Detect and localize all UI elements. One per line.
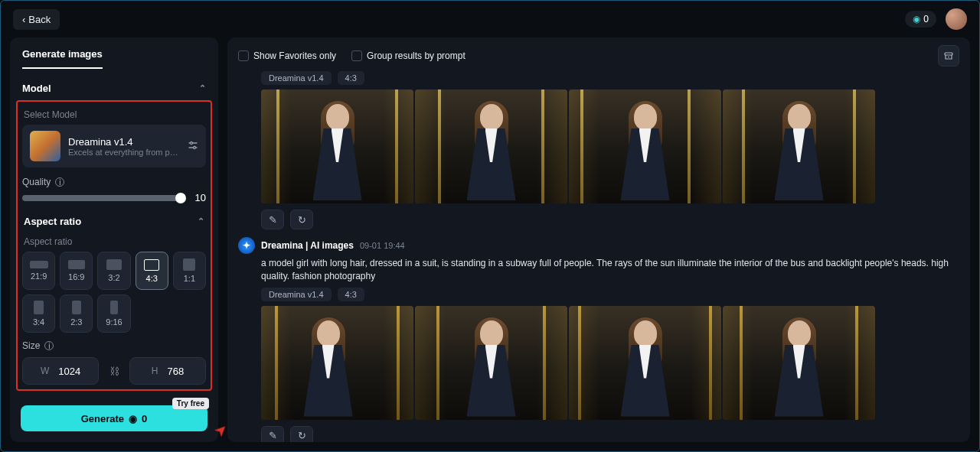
quality-value: 10 [191, 192, 206, 203]
avatar[interactable] [946, 8, 967, 30]
chevron-up-icon: ⌃ [199, 83, 206, 93]
svg-point-3 [194, 146, 196, 148]
chevron-left-icon: ‹ [22, 14, 25, 25]
credit-icon: ◉ [129, 413, 137, 424]
credits-pill[interactable]: ◉ 0 [905, 11, 936, 28]
tag-model[interactable]: Dreamina v1.4 [261, 71, 332, 85]
result-image[interactable] [723, 89, 875, 203]
ratio-3-4[interactable]: 3:4 [22, 294, 55, 333]
credit-value: 0 [923, 14, 929, 24]
result-image[interactable] [261, 89, 413, 203]
archive-button[interactable] [938, 45, 959, 67]
quality-slider[interactable]: 10 [22, 192, 206, 203]
back-label: Back [28, 14, 51, 25]
tag-ratio[interactable]: 4:3 [338, 288, 364, 301]
width-value: 1024 [58, 366, 80, 377]
result-prompt: a model girl with long hair, dressed in … [261, 257, 959, 283]
model-section-label: Model [22, 83, 51, 94]
select-model-label: Select Model [24, 109, 204, 120]
result-block: ✦ Dreamina | AI images 09-01 19:44 a mod… [261, 237, 959, 442]
ratio-21-9[interactable]: 21:9 [22, 252, 55, 290]
result-image[interactable] [569, 89, 721, 203]
ratio-16-9[interactable]: 16:9 [60, 252, 93, 290]
aspect-ratio-grid: 21:9 16:9 3:2 4:3 1:1 3:4 2:3 9:16 [22, 252, 206, 333]
edit-button[interactable]: ✎ [261, 426, 284, 442]
checkbox-icon [351, 50, 362, 61]
width-input[interactable]: W 1024 [22, 357, 99, 385]
model-section-head[interactable]: Model ⌃ [21, 76, 207, 100]
ratio-4-3[interactable]: 4:3 [136, 252, 168, 290]
result-image[interactable] [569, 306, 721, 420]
ratio-3-2[interactable]: 3:2 [97, 252, 130, 290]
height-input[interactable]: H 768 [129, 357, 206, 385]
regenerate-button[interactable]: ↻ [290, 426, 313, 442]
size-label: Size [22, 340, 40, 351]
model-card[interactable]: Dreamina v1.4 Excels at everything from … [22, 125, 206, 167]
show-favorites-checkbox[interactable]: Show Favorites only [238, 50, 336, 61]
group-by-prompt-checkbox[interactable]: Group results by prompt [351, 50, 466, 61]
highlight-box: Select Model Dreamina v1.4 Excels at eve… [16, 100, 212, 391]
result-time: 09-01 19:44 [360, 241, 405, 250]
sidebar: Generate images Model ⌃ Select Model Dre… [10, 37, 218, 442]
result-image[interactable] [723, 306, 875, 420]
result-image[interactable] [415, 89, 567, 203]
generate-label: Generate [81, 413, 124, 424]
image-row [261, 89, 959, 203]
result-image[interactable] [415, 306, 567, 420]
aspect-section-label: Aspect ratio [24, 216, 81, 227]
tag-ratio[interactable]: 4:3 [338, 71, 364, 85]
checkbox-icon [238, 50, 249, 61]
svg-point-1 [191, 141, 193, 144]
results-panel: Show Favorites only Group results by pro… [227, 37, 970, 442]
settings-icon[interactable] [188, 140, 198, 153]
try-free-badge: Try free [172, 398, 209, 409]
model-thumbnail [30, 131, 60, 161]
result-block: Dreamina v1.4 4:3 ✎ ↻ [261, 71, 959, 229]
chevron-up-icon: ⌃ [198, 216, 204, 226]
result-image[interactable] [261, 306, 413, 420]
regenerate-button[interactable]: ↻ [290, 210, 313, 229]
model-desc: Excels at everything from photoreali... [68, 148, 180, 157]
slider-thumb[interactable] [175, 193, 186, 203]
generate-button[interactable]: Generate ◉ 0 Try free [21, 405, 207, 431]
ratio-9-16[interactable]: 9:16 [97, 294, 130, 333]
ratio-1-1[interactable]: 1:1 [173, 252, 206, 290]
tag-model[interactable]: Dreamina v1.4 [261, 288, 332, 301]
back-button[interactable]: ‹ Back [13, 9, 60, 30]
aspect-section-head[interactable]: Aspect ratio ⌃ [22, 210, 206, 233]
info-icon[interactable]: i [55, 177, 64, 187]
source-icon: ✦ [238, 237, 255, 254]
info-icon[interactable]: i [44, 341, 54, 350]
tab-generate-images[interactable]: Generate images [22, 48, 103, 69]
credit-icon: ◉ [913, 14, 920, 24]
edit-button[interactable]: ✎ [261, 210, 284, 229]
image-row [261, 306, 959, 420]
height-value: 768 [167, 366, 184, 377]
quality-label: Quality [22, 177, 51, 187]
aspect-ratio-label: Aspect ratio [24, 236, 204, 247]
generate-cost: 0 [142, 413, 147, 424]
result-source: Dreamina | AI images [261, 240, 354, 251]
svg-rect-4 [945, 53, 952, 55]
ratio-2-3[interactable]: 2:3 [60, 294, 93, 333]
link-icon[interactable]: ⛓ [103, 360, 125, 382]
model-name: Dreamina v1.4 [68, 136, 180, 148]
